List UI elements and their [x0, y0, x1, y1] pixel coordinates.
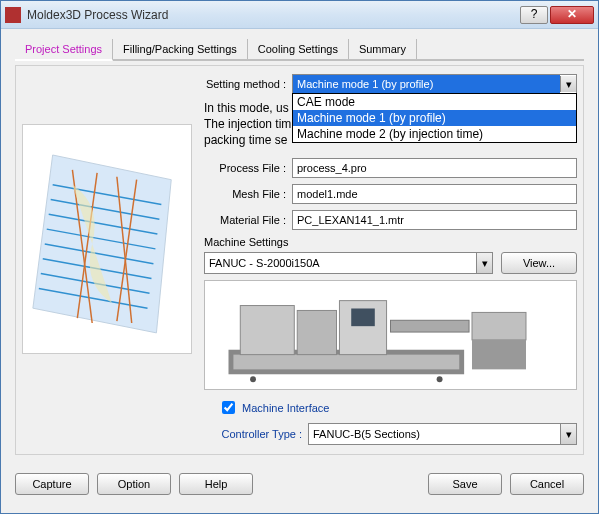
process-file-label: Process File :: [198, 162, 292, 174]
option-cae-mode[interactable]: CAE mode: [293, 94, 576, 110]
machine-image: [204, 280, 577, 390]
machine-value: FANUC - S-2000i150A: [205, 257, 476, 269]
setting-method-value: Machine mode 1 (by profile): [293, 75, 560, 93]
chevron-down-icon[interactable]: ▾: [560, 76, 576, 92]
machine-settings-label: Machine Settings: [204, 236, 577, 248]
tab-summary[interactable]: Summary: [349, 39, 417, 59]
close-button[interactable]: ✕: [550, 6, 594, 24]
info-line-3: packing time se: [204, 133, 287, 147]
machine-interface-label: Machine Interface: [242, 402, 329, 414]
capture-button[interactable]: Capture: [15, 473, 89, 495]
mesh-file-input[interactable]: [292, 184, 577, 204]
option-machine-mode-1[interactable]: Machine mode 1 (by profile): [293, 110, 576, 126]
process-file-input[interactable]: [292, 158, 577, 178]
chevron-down-icon[interactable]: ▾: [560, 424, 576, 444]
svg-point-22: [250, 376, 256, 382]
option-machine-mode-2[interactable]: Machine mode 2 (by injection time): [293, 126, 576, 142]
help-button[interactable]: ?: [520, 6, 548, 24]
machine-dropdown[interactable]: FANUC - S-2000i150A ▾: [204, 252, 493, 274]
setting-method-options: CAE mode Machine mode 1 (by profile) Mac…: [292, 93, 577, 143]
svg-rect-19: [391, 320, 470, 332]
view-button[interactable]: View...: [501, 252, 577, 274]
machine-interface-checkbox[interactable]: [222, 401, 235, 414]
svg-rect-21: [472, 340, 526, 369]
svg-rect-16: [297, 310, 336, 354]
help-button-footer[interactable]: Help: [179, 473, 253, 495]
titlebar: Moldex3D Process Wizard ? ✕: [1, 1, 598, 29]
info-line-1: In this mode, us: [204, 101, 289, 115]
svg-point-23: [437, 376, 443, 382]
svg-rect-15: [240, 306, 294, 355]
chevron-down-icon[interactable]: ▾: [476, 253, 492, 273]
controller-type-label: Controller Type :: [198, 428, 308, 440]
setting-method-label: Setting method :: [198, 78, 292, 90]
info-line-2: The injection tim: [204, 117, 291, 131]
tab-filling-packing[interactable]: Filling/Packing Settings: [113, 39, 248, 59]
mesh-file-label: Mesh File :: [198, 188, 292, 200]
option-button[interactable]: Option: [97, 473, 171, 495]
material-file-input[interactable]: [292, 210, 577, 230]
tab-project-settings[interactable]: Project Settings: [15, 39, 113, 61]
save-button[interactable]: Save: [428, 473, 502, 495]
controller-type-value: FANUC-B(5 Sections): [309, 428, 560, 440]
svg-rect-14: [233, 355, 459, 370]
wizard-window: Moldex3D Process Wizard ? ✕ Project Sett…: [0, 0, 599, 514]
app-icon: [5, 7, 21, 23]
footer-buttons: Capture Option Help Save Cancel: [1, 465, 598, 503]
setting-method-dropdown[interactable]: Machine mode 1 (by profile) ▾: [292, 74, 577, 94]
cancel-button[interactable]: Cancel: [510, 473, 584, 495]
svg-rect-20: [472, 312, 526, 339]
svg-rect-18: [351, 308, 375, 326]
window-title: Moldex3D Process Wizard: [27, 8, 518, 22]
controller-type-dropdown[interactable]: FANUC-B(5 Sections) ▾: [308, 423, 577, 445]
svg-marker-0: [33, 155, 171, 333]
material-file-label: Material File :: [198, 214, 292, 226]
content-panel: Setting method : Machine mode 1 (by prof…: [15, 65, 584, 455]
tab-cooling-settings[interactable]: Cooling Settings: [248, 39, 349, 59]
mesh-preview: [22, 124, 192, 354]
tab-strip: Project Settings Filling/Packing Setting…: [15, 39, 584, 61]
